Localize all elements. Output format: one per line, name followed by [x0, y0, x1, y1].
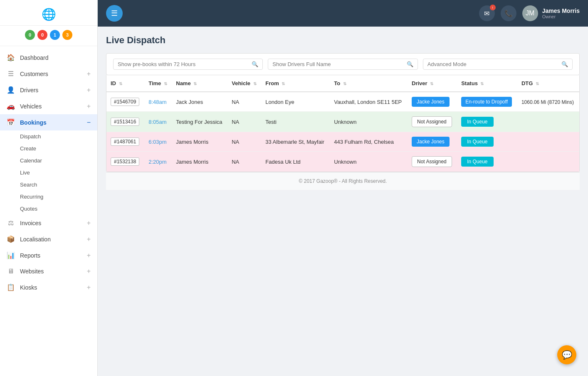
prebooks-input[interactable] — [118, 61, 249, 67]
vehicles-plus-icon[interactable]: + — [87, 103, 91, 110]
prebooks-search-icon: 🔍 — [252, 61, 258, 67]
header: ☰ ✉ ! 📞 JM James Morris Owner — [98, 0, 588, 27]
cell-dtg — [517, 112, 579, 132]
sidebar-item-drivers[interactable]: 👤 Drivers + — [0, 82, 97, 98]
sidebar-item-customers[interactable]: ☰ Customers + — [0, 66, 97, 82]
col-name[interactable]: Name ⇅ — [172, 75, 227, 92]
sort-time-icon: ⇅ — [164, 81, 167, 86]
time-value: 2:20pm — [148, 159, 166, 165]
sort-to-icon: ⇅ — [343, 81, 346, 86]
advanced-filter[interactable]: 🔍 — [423, 59, 573, 70]
col-to[interactable]: To ⇅ — [330, 75, 408, 92]
sidebar-item-invoices[interactable]: ⚖ Invoices + — [0, 215, 97, 231]
name-value: James Morris — [176, 159, 208, 165]
reports-icon: 📊 — [7, 251, 15, 259]
cell-from: Testi — [261, 112, 330, 132]
subnav-live[interactable]: Live — [20, 167, 97, 179]
sidebar-label-invoices: Invoices — [20, 220, 41, 226]
cell-id: #1532138 — [106, 152, 144, 172]
sidebar-item-localisation[interactable]: 📦 Localisation + — [0, 231, 97, 247]
cell-from: Fadesa Uk Ltd — [261, 152, 330, 172]
phone-icon: 📞 — [504, 10, 513, 17]
table-row: #1487061 6:03pm James Morris NA 33 Albem… — [106, 132, 579, 152]
col-status[interactable]: Status ⇅ — [457, 75, 517, 92]
user-text: James Morris Owner — [542, 7, 580, 19]
phone-button[interactable]: 📞 — [501, 5, 516, 21]
bookings-table: ID ⇅ Time ⇅ Name ⇅ Vehicle ⇅ From ⇅ To ⇅… — [106, 75, 579, 172]
time-value: 8:05am — [148, 119, 166, 125]
table-body: #1546709 8:48am Jack Jones NA London Eye… — [106, 92, 579, 172]
advanced-search-icon: 🔍 — [561, 61, 568, 67]
cell-driver: Not Assigned — [408, 112, 457, 132]
driver-unassigned-button[interactable]: Not Assigned — [412, 156, 452, 167]
menu-button[interactable]: ☰ — [106, 5, 123, 22]
subnav-create[interactable]: Create — [20, 143, 97, 155]
sidebar-item-reports[interactable]: 📊 Reports + — [0, 247, 97, 263]
advanced-input[interactable] — [427, 61, 559, 67]
subnav-quotes[interactable]: Quotes — [20, 203, 97, 215]
subnav-recurring[interactable]: Recurring — [20, 191, 97, 203]
notifications-button[interactable]: ✉ ! — [479, 5, 495, 21]
drivers-filter[interactable]: 🔍 — [268, 59, 418, 70]
chat-fab-button[interactable]: 💬 — [557, 345, 576, 364]
sidebar-item-dashboard[interactable]: 🏠 Dashboard — [0, 49, 97, 66]
driver-assigned-button[interactable]: Jacke Jones — [412, 97, 450, 107]
reports-plus-icon[interactable]: + — [87, 252, 91, 259]
websites-plus-icon[interactable]: + — [87, 268, 91, 275]
col-time[interactable]: Time ⇅ — [144, 75, 172, 92]
drivers-input[interactable] — [272, 61, 404, 67]
cell-driver: Jacke Jones — [408, 132, 457, 152]
cell-status: In Queue — [457, 112, 517, 132]
cell-to: Vauxhall, London SE11 5EP — [330, 92, 408, 112]
chat-icon: 💬 — [562, 350, 572, 360]
kiosks-plus-icon[interactable]: + — [87, 284, 91, 291]
sidebar-label-bookings: Bookings — [20, 119, 47, 126]
sidebar-logo: 🌐 — [0, 0, 97, 26]
drivers-search-icon: 🔍 — [407, 61, 413, 67]
col-vehicle[interactable]: Vehicle ⇅ — [227, 75, 261, 92]
sidebar-item-kiosks[interactable]: 📋 Kiosks + — [0, 279, 97, 295]
subnav-calendar[interactable]: Calendar — [20, 155, 97, 167]
cell-time: 8:05am — [144, 112, 172, 132]
sort-from-icon: ⇅ — [282, 81, 285, 86]
customers-plus-icon[interactable]: + — [87, 70, 91, 78]
sort-driver-icon: ⇅ — [430, 81, 433, 86]
col-id[interactable]: ID ⇅ — [106, 75, 144, 92]
sidebar-item-bookings[interactable]: 📅 Bookings − — [0, 114, 97, 130]
subnav-dispatch[interactable]: Dispatch — [20, 130, 97, 143]
logo-icon: 🌐 — [42, 8, 56, 21]
cell-id: #1487061 — [106, 132, 144, 152]
sort-id-icon: ⇅ — [119, 81, 122, 86]
sidebar-item-vehicles[interactable]: 🚗 Vehicles + — [0, 98, 97, 114]
cell-dtg: 1060.06 Mi (8720 Mins) — [517, 92, 579, 112]
col-driver[interactable]: Driver ⇅ — [408, 75, 457, 92]
driver-assigned-button[interactable]: Jacke Jones — [412, 137, 450, 147]
badge-3[interactable]: 3 — [62, 30, 72, 40]
prebooks-filter[interactable]: 🔍 — [113, 59, 263, 70]
status-inqueue-badge: In Queue — [461, 157, 493, 167]
cell-name: Testing For Jessica — [172, 112, 227, 132]
col-from[interactable]: From ⇅ — [261, 75, 330, 92]
localisation-plus-icon[interactable]: + — [87, 236, 91, 243]
cell-time: 2:20pm — [144, 152, 172, 172]
badge-1[interactable]: 0 — [37, 30, 47, 40]
sidebar-item-websites[interactable]: 🖥 Websites + — [0, 263, 97, 279]
driver-unassigned-button[interactable]: Not Assigned — [412, 116, 452, 127]
notification-badge: ! — [490, 5, 496, 10]
invoices-icon: ⚖ — [7, 219, 15, 227]
badge-2[interactable]: 1 — [50, 30, 60, 40]
status-inqueue-badge: In Queue — [461, 117, 493, 127]
cell-name: James Morris — [172, 132, 227, 152]
cell-vehicle: NA — [227, 92, 261, 112]
bookings-minus-icon[interactable]: − — [87, 119, 91, 126]
cell-dtg — [517, 132, 579, 152]
id-badge: #1513416 — [111, 118, 139, 126]
badge-0[interactable]: 0 — [25, 30, 35, 40]
sidebar-label-localisation: Localisation — [20, 236, 51, 243]
drivers-plus-icon[interactable]: + — [87, 86, 91, 94]
hamburger-icon: ☰ — [111, 9, 118, 18]
invoices-plus-icon[interactable]: + — [87, 219, 91, 227]
col-dtg[interactable]: DTG ⇅ — [517, 75, 579, 92]
cell-dtg — [517, 152, 579, 172]
subnav-search[interactable]: Search — [20, 179, 97, 191]
